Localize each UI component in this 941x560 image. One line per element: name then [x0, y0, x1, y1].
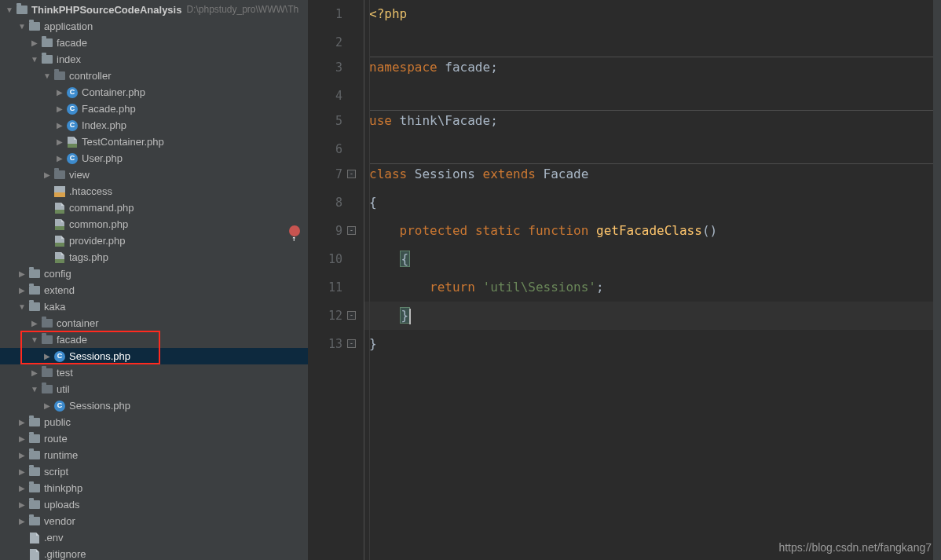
- file-icon: [28, 548, 41, 561]
- code-area[interactable]: <?php namespace facade; use think\Facade…: [364, 0, 941, 560]
- tree-item-label: util: [57, 381, 70, 397]
- tree-item[interactable]: ▶uploads: [0, 496, 308, 513]
- tree-item[interactable]: ▶vendor: [0, 513, 308, 529]
- tree-item[interactable]: ▶runtime: [0, 447, 308, 463]
- tree-item[interactable]: common.php: [0, 216, 308, 232]
- tree-item[interactable]: ▶view: [0, 167, 308, 183]
- tree-item-label: Sessions.php: [69, 348, 130, 364]
- matching-brace: }: [400, 307, 411, 324]
- tree-item[interactable]: ▶CSessions.php: [0, 348, 308, 364]
- tree-item[interactable]: ▼kaka: [0, 298, 308, 315]
- code-token: getFacadeClass: [596, 223, 702, 238]
- override-marker-icon[interactable]: [289, 225, 300, 236]
- folder-icon: [28, 482, 41, 495]
- chevron-down-icon[interactable]: ▼: [42, 68, 52, 84]
- project-tree[interactable]: ▼ThinkPHPSourceCodeAnalysisD:\phpstudy_p…: [0, 0, 308, 560]
- chevron-right-icon[interactable]: ▶: [55, 117, 64, 134]
- line-number: 12: [308, 302, 342, 330]
- folder-icon: [28, 449, 41, 462]
- code-token: protected: [400, 223, 468, 238]
- line-number: 10: [308, 245, 342, 273]
- php-file-icon: [53, 202, 66, 214]
- tree-item-label: script: [44, 463, 68, 480]
- php-class-icon: C: [53, 350, 66, 363]
- php-class-icon: C: [66, 152, 79, 165]
- tree-item-label: container: [57, 315, 98, 331]
- tree-item[interactable]: ▶CUser.php: [0, 150, 308, 167]
- tree-item[interactable]: ▶CContainer.php: [0, 84, 308, 101]
- line-number: 1: [308, 0, 342, 28]
- tree-item[interactable]: ▶test: [0, 364, 308, 381]
- tree-item[interactable]: ▼index: [0, 51, 308, 68]
- chevron-right-icon[interactable]: ▶: [55, 150, 64, 167]
- tree-item[interactable]: ▼facade: [0, 331, 308, 348]
- code-editor[interactable]: 12345678910111213 ---- <?php namespace f…: [308, 0, 941, 560]
- tree-item[interactable]: .env: [0, 529, 308, 546]
- tree-item[interactable]: ▼controller: [0, 68, 308, 84]
- tree-item[interactable]: ▼util: [0, 381, 308, 397]
- chevron-down-icon[interactable]: ▼: [17, 298, 27, 315]
- chevron-right-icon[interactable]: ▶: [17, 265, 27, 282]
- tree-item[interactable]: ▶TestContainer.php: [0, 134, 308, 150]
- chevron-down-icon[interactable]: ▼: [5, 2, 14, 18]
- indent-guide: [369, 0, 370, 560]
- fold-toggle-icon[interactable]: -: [347, 311, 356, 320]
- tree-item[interactable]: ▶route: [0, 430, 308, 447]
- tree-item[interactable]: ▶CIndex.php: [0, 117, 308, 134]
- code-token: 'util\Sessions': [483, 280, 597, 295]
- tree-item[interactable]: .gitignore: [0, 546, 308, 560]
- chevron-right-icon[interactable]: ▶: [42, 348, 52, 364]
- tree-item[interactable]: ▶container: [0, 315, 308, 331]
- fold-toggle-icon[interactable]: -: [347, 339, 356, 348]
- tree-item[interactable]: ▶CSessions.php: [0, 397, 308, 414]
- chevron-right-icon[interactable]: ▶: [30, 364, 39, 381]
- chevron-right-icon[interactable]: ▶: [17, 513, 27, 529]
- chevron-right-icon[interactable]: ▶: [42, 167, 52, 183]
- tree-item[interactable]: command.php: [0, 199, 308, 216]
- fold-toggle-icon[interactable]: -: [347, 170, 356, 178]
- fold-toggle-icon[interactable]: -: [347, 226, 356, 235]
- tree-item-label: facade: [57, 331, 87, 348]
- tree-item[interactable]: ▼application: [0, 18, 308, 35]
- project-tree-panel[interactable]: ▼ThinkPHPSourceCodeAnalysisD:\phpstudy_p…: [0, 0, 308, 560]
- chevron-right-icon[interactable]: ▶: [42, 397, 52, 414]
- chevron-right-icon[interactable]: ▶: [17, 496, 27, 513]
- tree-item[interactable]: .htaccess: [0, 183, 308, 199]
- tree-item-label: Sessions.php: [69, 397, 130, 414]
- tree-item[interactable]: ▶script: [0, 463, 308, 480]
- chevron-right-icon[interactable]: ▶: [17, 447, 27, 463]
- chevron-down-icon[interactable]: ▼: [17, 18, 27, 35]
- chevron-right-icon[interactable]: ▶: [17, 414, 27, 430]
- chevron-down-icon[interactable]: ▼: [30, 381, 39, 397]
- code-token: facade;: [438, 60, 498, 75]
- tree-item[interactable]: tags.php: [0, 249, 308, 265]
- htaccess-icon: [53, 185, 66, 198]
- chevron-down-icon[interactable]: ▼: [30, 331, 39, 348]
- chevron-right-icon[interactable]: ▶: [17, 282, 27, 298]
- project-root[interactable]: ▼ThinkPHPSourceCodeAnalysisD:\phpstudy_p…: [0, 2, 308, 18]
- chevron-right-icon[interactable]: ▶: [55, 101, 64, 117]
- tree-item[interactable]: ▶CFacade.php: [0, 101, 308, 117]
- tree-item[interactable]: ▶extend: [0, 282, 308, 298]
- vertical-scrollbar[interactable]: [933, 0, 941, 560]
- tree-item[interactable]: ▶public: [0, 414, 308, 430]
- chevron-right-icon[interactable]: ▶: [55, 84, 64, 101]
- project-path-hint: D:\phpstudy_pro\WWW\Th: [186, 2, 298, 18]
- chevron-right-icon[interactable]: ▶: [17, 480, 27, 496]
- line-number: 7: [308, 160, 342, 188]
- tree-item[interactable]: ▶thinkphp: [0, 480, 308, 496]
- code-token: extends: [483, 167, 536, 181]
- line-number: 2: [308, 28, 342, 57]
- chevron-down-icon[interactable]: ▼: [30, 51, 39, 68]
- chevron-right-icon[interactable]: ▶: [30, 315, 39, 331]
- tree-item[interactable]: provider.php: [0, 232, 308, 249]
- chevron-right-icon[interactable]: ▶: [17, 463, 27, 480]
- tree-item-label: thinkphp: [44, 480, 82, 496]
- chevron-right-icon[interactable]: ▶: [17, 430, 27, 447]
- tree-item[interactable]: ▶facade: [0, 35, 308, 51]
- tree-item-label: vendor: [44, 513, 75, 529]
- tree-item[interactable]: ▶config: [0, 265, 308, 282]
- gutter-markers: ----: [346, 0, 364, 560]
- chevron-right-icon[interactable]: ▶: [30, 35, 39, 51]
- chevron-right-icon[interactable]: ▶: [55, 134, 64, 150]
